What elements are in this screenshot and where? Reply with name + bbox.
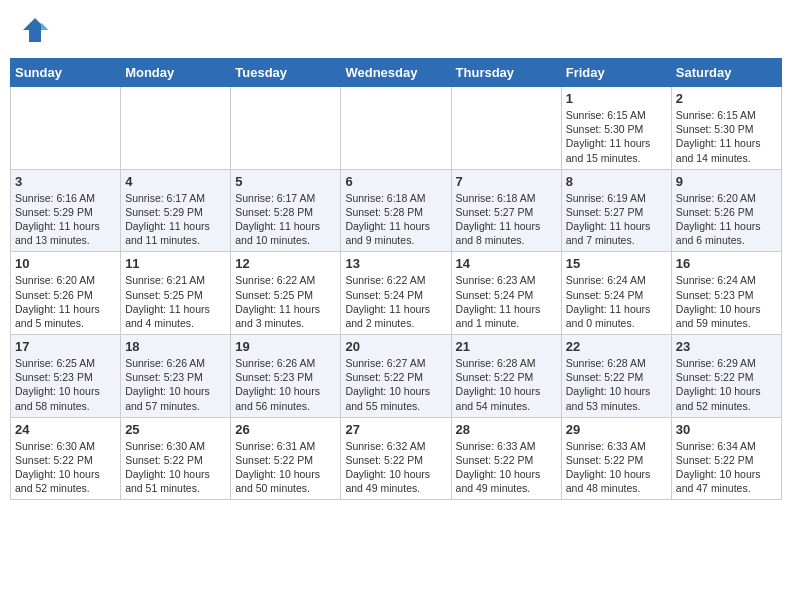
calendar-cell: 24Sunrise: 6:30 AM Sunset: 5:22 PM Dayli…: [11, 417, 121, 500]
calendar-cell: 4Sunrise: 6:17 AM Sunset: 5:29 PM Daylig…: [121, 169, 231, 252]
day-info: Sunrise: 6:30 AM Sunset: 5:22 PM Dayligh…: [125, 439, 226, 496]
day-info: Sunrise: 6:28 AM Sunset: 5:22 PM Dayligh…: [566, 356, 667, 413]
day-number: 23: [676, 339, 777, 354]
calendar-cell: [341, 87, 451, 170]
day-info: Sunrise: 6:15 AM Sunset: 5:30 PM Dayligh…: [676, 108, 777, 165]
calendar-cell: 10Sunrise: 6:20 AM Sunset: 5:26 PM Dayli…: [11, 252, 121, 335]
day-info: Sunrise: 6:33 AM Sunset: 5:22 PM Dayligh…: [566, 439, 667, 496]
calendar-week-2: 3Sunrise: 6:16 AM Sunset: 5:29 PM Daylig…: [11, 169, 782, 252]
calendar-week-5: 24Sunrise: 6:30 AM Sunset: 5:22 PM Dayli…: [11, 417, 782, 500]
calendar-cell: 21Sunrise: 6:28 AM Sunset: 5:22 PM Dayli…: [451, 335, 561, 418]
day-info: Sunrise: 6:16 AM Sunset: 5:29 PM Dayligh…: [15, 191, 116, 248]
day-info: Sunrise: 6:32 AM Sunset: 5:22 PM Dayligh…: [345, 439, 446, 496]
calendar-cell: 19Sunrise: 6:26 AM Sunset: 5:23 PM Dayli…: [231, 335, 341, 418]
day-number: 24: [15, 422, 116, 437]
calendar-cell: [231, 87, 341, 170]
calendar-cell: 8Sunrise: 6:19 AM Sunset: 5:27 PM Daylig…: [561, 169, 671, 252]
calendar-cell: 9Sunrise: 6:20 AM Sunset: 5:26 PM Daylig…: [671, 169, 781, 252]
day-number: 10: [15, 256, 116, 271]
svg-marker-1: [41, 23, 49, 31]
day-number: 22: [566, 339, 667, 354]
day-info: Sunrise: 6:24 AM Sunset: 5:24 PM Dayligh…: [566, 273, 667, 330]
day-info: Sunrise: 6:17 AM Sunset: 5:28 PM Dayligh…: [235, 191, 336, 248]
day-info: Sunrise: 6:18 AM Sunset: 5:28 PM Dayligh…: [345, 191, 446, 248]
day-number: 17: [15, 339, 116, 354]
day-number: 28: [456, 422, 557, 437]
calendar-cell: [11, 87, 121, 170]
day-number: 25: [125, 422, 226, 437]
calendar-cell: 6Sunrise: 6:18 AM Sunset: 5:28 PM Daylig…: [341, 169, 451, 252]
calendar-cell: 7Sunrise: 6:18 AM Sunset: 5:27 PM Daylig…: [451, 169, 561, 252]
day-number: 11: [125, 256, 226, 271]
day-number: 20: [345, 339, 446, 354]
weekday-header-sunday: Sunday: [11, 59, 121, 87]
day-info: Sunrise: 6:33 AM Sunset: 5:22 PM Dayligh…: [456, 439, 557, 496]
calendar-cell: 15Sunrise: 6:24 AM Sunset: 5:24 PM Dayli…: [561, 252, 671, 335]
day-info: Sunrise: 6:22 AM Sunset: 5:24 PM Dayligh…: [345, 273, 446, 330]
day-number: 5: [235, 174, 336, 189]
weekday-header-friday: Friday: [561, 59, 671, 87]
weekday-header-saturday: Saturday: [671, 59, 781, 87]
calendar-cell: 20Sunrise: 6:27 AM Sunset: 5:22 PM Dayli…: [341, 335, 451, 418]
day-info: Sunrise: 6:27 AM Sunset: 5:22 PM Dayligh…: [345, 356, 446, 413]
calendar-cell: 11Sunrise: 6:21 AM Sunset: 5:25 PM Dayli…: [121, 252, 231, 335]
logo: [20, 15, 54, 45]
calendar-cell: [451, 87, 561, 170]
calendar-cell: 23Sunrise: 6:29 AM Sunset: 5:22 PM Dayli…: [671, 335, 781, 418]
calendar-header-row: SundayMondayTuesdayWednesdayThursdayFrid…: [11, 59, 782, 87]
calendar-cell: 5Sunrise: 6:17 AM Sunset: 5:28 PM Daylig…: [231, 169, 341, 252]
page-header: [10, 10, 782, 50]
day-number: 14: [456, 256, 557, 271]
calendar-cell: 1Sunrise: 6:15 AM Sunset: 5:30 PM Daylig…: [561, 87, 671, 170]
weekday-header-thursday: Thursday: [451, 59, 561, 87]
day-info: Sunrise: 6:20 AM Sunset: 5:26 PM Dayligh…: [15, 273, 116, 330]
calendar-week-4: 17Sunrise: 6:25 AM Sunset: 5:23 PM Dayli…: [11, 335, 782, 418]
day-info: Sunrise: 6:17 AM Sunset: 5:29 PM Dayligh…: [125, 191, 226, 248]
day-number: 12: [235, 256, 336, 271]
day-number: 4: [125, 174, 226, 189]
day-info: Sunrise: 6:23 AM Sunset: 5:24 PM Dayligh…: [456, 273, 557, 330]
day-number: 21: [456, 339, 557, 354]
calendar-cell: 12Sunrise: 6:22 AM Sunset: 5:25 PM Dayli…: [231, 252, 341, 335]
day-number: 27: [345, 422, 446, 437]
calendar-cell: 27Sunrise: 6:32 AM Sunset: 5:22 PM Dayli…: [341, 417, 451, 500]
calendar-cell: 17Sunrise: 6:25 AM Sunset: 5:23 PM Dayli…: [11, 335, 121, 418]
day-info: Sunrise: 6:26 AM Sunset: 5:23 PM Dayligh…: [125, 356, 226, 413]
calendar-cell: 18Sunrise: 6:26 AM Sunset: 5:23 PM Dayli…: [121, 335, 231, 418]
calendar-cell: 28Sunrise: 6:33 AM Sunset: 5:22 PM Dayli…: [451, 417, 561, 500]
day-info: Sunrise: 6:15 AM Sunset: 5:30 PM Dayligh…: [566, 108, 667, 165]
day-number: 13: [345, 256, 446, 271]
calendar-cell: 29Sunrise: 6:33 AM Sunset: 5:22 PM Dayli…: [561, 417, 671, 500]
day-number: 16: [676, 256, 777, 271]
weekday-header-tuesday: Tuesday: [231, 59, 341, 87]
day-info: Sunrise: 6:24 AM Sunset: 5:23 PM Dayligh…: [676, 273, 777, 330]
calendar-cell: 30Sunrise: 6:34 AM Sunset: 5:22 PM Dayli…: [671, 417, 781, 500]
day-info: Sunrise: 6:25 AM Sunset: 5:23 PM Dayligh…: [15, 356, 116, 413]
day-info: Sunrise: 6:29 AM Sunset: 5:22 PM Dayligh…: [676, 356, 777, 413]
calendar-cell: 25Sunrise: 6:30 AM Sunset: 5:22 PM Dayli…: [121, 417, 231, 500]
day-number: 30: [676, 422, 777, 437]
day-number: 3: [15, 174, 116, 189]
day-number: 6: [345, 174, 446, 189]
day-info: Sunrise: 6:30 AM Sunset: 5:22 PM Dayligh…: [15, 439, 116, 496]
calendar-cell: 13Sunrise: 6:22 AM Sunset: 5:24 PM Dayli…: [341, 252, 451, 335]
weekday-header-monday: Monday: [121, 59, 231, 87]
calendar-cell: 16Sunrise: 6:24 AM Sunset: 5:23 PM Dayli…: [671, 252, 781, 335]
day-info: Sunrise: 6:22 AM Sunset: 5:25 PM Dayligh…: [235, 273, 336, 330]
calendar-week-3: 10Sunrise: 6:20 AM Sunset: 5:26 PM Dayli…: [11, 252, 782, 335]
day-info: Sunrise: 6:19 AM Sunset: 5:27 PM Dayligh…: [566, 191, 667, 248]
day-info: Sunrise: 6:34 AM Sunset: 5:22 PM Dayligh…: [676, 439, 777, 496]
day-number: 18: [125, 339, 226, 354]
day-info: Sunrise: 6:20 AM Sunset: 5:26 PM Dayligh…: [676, 191, 777, 248]
day-info: Sunrise: 6:28 AM Sunset: 5:22 PM Dayligh…: [456, 356, 557, 413]
day-number: 1: [566, 91, 667, 106]
day-number: 8: [566, 174, 667, 189]
day-number: 7: [456, 174, 557, 189]
calendar-cell: [121, 87, 231, 170]
day-number: 19: [235, 339, 336, 354]
day-info: Sunrise: 6:21 AM Sunset: 5:25 PM Dayligh…: [125, 273, 226, 330]
day-number: 2: [676, 91, 777, 106]
calendar-table: SundayMondayTuesdayWednesdayThursdayFrid…: [10, 58, 782, 500]
day-number: 15: [566, 256, 667, 271]
day-number: 26: [235, 422, 336, 437]
